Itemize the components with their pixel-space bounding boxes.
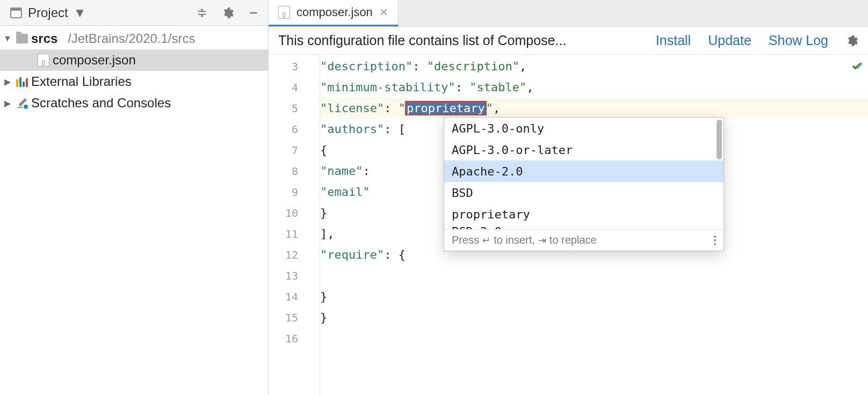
scratches-icon [16, 97, 28, 109]
composer-banner: This configuration file contains list of… [269, 27, 868, 55]
install-link[interactable]: Install [656, 33, 691, 48]
tree-file-label: composer.json [53, 53, 136, 68]
tree-root-path: /JetBrains/2020.1/srcs [68, 31, 195, 46]
json-file-icon [38, 54, 49, 66]
enter-key-icon: ↵ [482, 235, 490, 246]
json-file-icon [278, 6, 290, 18]
completion-item[interactable]: BSD [444, 182, 724, 203]
show-log-link[interactable]: Show Log [769, 33, 828, 48]
project-view-label: Project [28, 5, 68, 20]
line-number[interactable]: 10 [269, 202, 320, 223]
expand-icon[interactable]: ▼ [2, 34, 13, 43]
more-options-button[interactable] [714, 236, 716, 245]
tree-root-name: srcs [31, 31, 57, 46]
project-sidebar: Project ▼ ▼ srcs /JetBrains/2020.1/srcs [0, 0, 269, 395]
line-number[interactable]: 6 [269, 119, 320, 140]
completion-footer: Press ↵ to insert, ⇥ to replace [444, 229, 724, 251]
banner-text: This configuration file contains list of… [278, 33, 639, 48]
inspection-ok-icon[interactable] [851, 60, 863, 72]
line-number[interactable]: 13 [269, 265, 320, 286]
hint-text: to replace [549, 234, 597, 246]
gutter[interactable]: 3 4 5 6 7 8 9 10 11 12 13 14 15 16 [269, 55, 320, 395]
expand-icon[interactable]: ▶ [2, 98, 13, 108]
hint-text: to insert, [494, 234, 535, 246]
tree-file-composer[interactable]: composer.json [0, 49, 268, 71]
code-line[interactable]: "minimum-stability": "stable", [320, 77, 868, 98]
line-number[interactable]: 11 [269, 223, 320, 244]
completion-item[interactable]: AGPL-3.0-or-later [444, 139, 724, 160]
folder-icon [16, 33, 28, 45]
code-line-current[interactable]: "license": "proprietary", [320, 98, 868, 119]
line-number[interactable]: 7 [269, 140, 320, 160]
chevron-down-icon: ▼ [73, 5, 88, 20]
line-number[interactable]: 8 [269, 160, 320, 181]
expand-icon[interactable]: ▶ [2, 77, 13, 87]
completion-popup: AGPL-3.0-only AGPL-3.0-or-later Apache-2… [444, 117, 724, 251]
code-line[interactable]: } [320, 286, 868, 307]
line-number[interactable]: 9 [269, 181, 320, 202]
tree-extlibs-label: External Libraries [31, 74, 132, 89]
code-line[interactable] [320, 265, 868, 286]
code-line[interactable]: } [320, 307, 868, 328]
scrollbar-thumb[interactable] [717, 120, 722, 159]
completion-item-selected[interactable]: Apache-2.0 [444, 160, 724, 182]
tab-key-icon: ⇥ [538, 235, 546, 246]
completion-item[interactable]: proprietary [444, 203, 724, 225]
project-view-selector[interactable]: Project ▼ [5, 4, 91, 21]
tree-external-libraries[interactable]: ▶ External Libraries [0, 71, 268, 92]
svg-rect-1 [11, 8, 21, 11]
settings-button[interactable] [219, 4, 237, 22]
sidebar-toolbar: Project ▼ [0, 0, 268, 26]
code-line[interactable]: "description": "description", [320, 56, 868, 77]
banner-settings-button[interactable] [845, 34, 858, 47]
line-number[interactable]: 15 [269, 307, 320, 328]
line-number[interactable]: 14 [269, 286, 320, 307]
collapse-all-button[interactable] [193, 4, 211, 22]
minimize-button[interactable] [244, 4, 263, 22]
completion-list[interactable]: AGPL-3.0-only AGPL-3.0-or-later Apache-2… [444, 118, 724, 229]
code-line[interactable] [320, 328, 868, 349]
hint-text: Press [452, 234, 479, 246]
completion-item[interactable]: BSD-2.0 [444, 225, 724, 229]
tree-scratches-label: Scratches and Consoles [31, 96, 171, 111]
update-link[interactable]: Update [708, 33, 751, 48]
line-number[interactable]: 5 [269, 98, 320, 119]
editor-tabs: composer.json ✕ [269, 0, 868, 27]
completion-item[interactable]: AGPL-3.0-only [444, 118, 724, 139]
line-number[interactable]: 3 [269, 56, 320, 77]
line-number[interactable]: 4 [269, 77, 320, 98]
line-number[interactable]: 16 [269, 328, 320, 349]
line-number[interactable]: 12 [269, 244, 320, 265]
tab-composer-json[interactable]: composer.json ✕ [269, 0, 399, 26]
project-tree[interactable]: ▼ srcs /JetBrains/2020.1/srcs composer.j… [0, 26, 268, 395]
close-icon[interactable]: ✕ [379, 6, 388, 19]
tree-root[interactable]: ▼ srcs /JetBrains/2020.1/srcs [0, 28, 268, 49]
window-icon [9, 5, 24, 20]
tab-label: composer.json [296, 5, 373, 19]
selected-text[interactable]: proprietary [406, 101, 486, 115]
libraries-icon [16, 76, 28, 87]
tree-scratches[interactable]: ▶ Scratches and Consoles [0, 92, 268, 114]
